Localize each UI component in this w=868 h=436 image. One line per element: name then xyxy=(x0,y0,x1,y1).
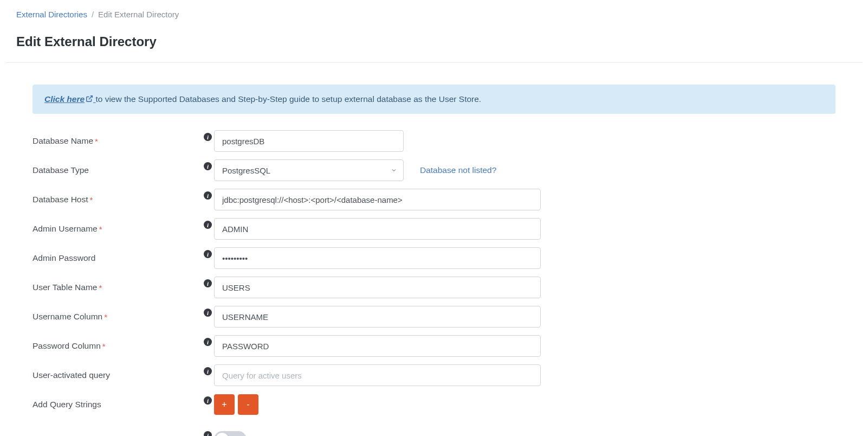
breadcrumb-parent-link[interactable]: External Directories xyxy=(16,10,87,19)
external-link-icon xyxy=(86,95,93,102)
database-type-select[interactable]: PostgresSQL xyxy=(214,159,404,181)
label-admin-username: Admin Username xyxy=(33,224,98,234)
info-banner: Click here to view the Supported Databas… xyxy=(33,85,835,114)
enable-endusers-toggle[interactable] xyxy=(214,431,247,436)
label-database-name: Database Name xyxy=(33,136,93,146)
row-database-name: Database Name * i xyxy=(33,130,835,152)
info-banner-link[interactable]: Click here xyxy=(44,94,95,104)
username-column-input[interactable] xyxy=(214,306,541,328)
row-user-activated-query: User-activated query i xyxy=(33,364,835,386)
info-icon[interactable]: i xyxy=(204,221,212,229)
breadcrumb-current: Edit External Directory xyxy=(98,10,179,19)
row-database-host: Database Host * i xyxy=(33,189,835,210)
info-icon[interactable]: i xyxy=(204,279,212,287)
info-icon[interactable]: i xyxy=(204,162,212,170)
label-password-column: Password Column xyxy=(33,341,101,351)
remove-query-string-button[interactable]: - xyxy=(238,394,258,415)
required-indicator: * xyxy=(99,225,102,234)
breadcrumb-separator: / xyxy=(92,10,94,19)
toggle-knob xyxy=(216,433,229,436)
label-add-query-strings: Add Query Strings xyxy=(33,400,101,409)
row-username-column: Username Column * i xyxy=(33,306,835,328)
user-table-name-input[interactable] xyxy=(214,277,541,298)
row-user-table-name: User Table Name * i xyxy=(33,277,835,298)
admin-password-input[interactable] xyxy=(214,247,541,269)
required-indicator: * xyxy=(95,137,98,146)
breadcrumb: External Directories / Edit External Dir… xyxy=(5,0,863,24)
password-column-input[interactable] xyxy=(214,335,541,357)
row-password-column: Password Column * i xyxy=(33,335,835,357)
info-banner-text: to view the Supported Databases and Step… xyxy=(95,94,481,104)
database-host-input[interactable] xyxy=(214,189,541,210)
required-indicator: * xyxy=(99,283,102,292)
label-database-host: Database Host xyxy=(33,195,88,204)
info-icon[interactable]: i xyxy=(204,133,212,141)
info-icon[interactable]: i xyxy=(204,431,212,436)
required-indicator: * xyxy=(90,195,93,204)
info-banner-link-text: Click here xyxy=(44,94,85,104)
row-enable-endusers: Enable for EndUsers i xyxy=(33,428,835,436)
required-indicator: * xyxy=(102,342,106,351)
page-title: Edit External Directory xyxy=(5,24,863,62)
required-indicator: * xyxy=(104,312,107,322)
svg-line-0 xyxy=(89,96,92,99)
label-username-column: Username Column xyxy=(33,312,102,322)
label-user-table-name: User Table Name xyxy=(33,283,97,292)
row-admin-password: Admin Password i xyxy=(33,247,835,269)
info-icon[interactable]: i xyxy=(204,191,212,200)
row-database-type: Database Type i PostgresSQL Database not… xyxy=(33,159,835,181)
database-name-input[interactable] xyxy=(214,130,404,152)
info-icon[interactable]: i xyxy=(204,367,212,375)
label-database-type: Database Type xyxy=(33,165,89,175)
user-activated-query-input[interactable] xyxy=(214,364,541,386)
label-user-activated-query: User-activated query xyxy=(33,370,110,380)
label-admin-password: Admin Password xyxy=(33,253,95,263)
row-add-query-strings: Add Query Strings i + - xyxy=(33,394,835,415)
row-admin-username: Admin Username * i xyxy=(33,218,835,240)
admin-username-input[interactable] xyxy=(214,218,541,240)
info-icon[interactable]: i xyxy=(204,338,212,346)
database-not-listed-link[interactable]: Database not listed? xyxy=(420,165,496,175)
info-icon[interactable]: i xyxy=(204,250,212,258)
info-icon[interactable]: i xyxy=(204,396,212,405)
add-query-string-button[interactable]: + xyxy=(214,394,235,415)
info-icon[interactable]: i xyxy=(204,309,212,317)
